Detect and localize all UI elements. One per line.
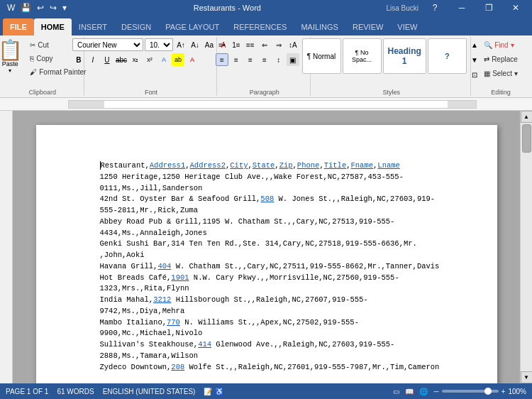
find-button[interactable]: 🔍 Find ▾ <box>480 38 517 51</box>
numbering-button[interactable]: 1≡ <box>230 38 243 51</box>
multilevel-button[interactable]: ≡≡ <box>244 38 257 51</box>
link-1901[interactable]: 1901 <box>171 273 189 282</box>
select-button[interactable]: ▦ Select ▾ <box>480 67 521 80</box>
scroll-up-button[interactable]: ▲ <box>521 111 533 123</box>
tab-view[interactable]: VIEW <box>390 18 424 35</box>
bold-button[interactable]: B <box>72 53 85 66</box>
superscript-button[interactable]: x² <box>143 53 156 66</box>
proofing-icons: 📝 ♿ <box>204 388 223 395</box>
align-left-button[interactable]: ≡ <box>216 53 228 66</box>
style-no-space-label: ¶ No Spac... <box>348 49 377 63</box>
replace-button[interactable]: ⇄ Replace <box>480 53 521 65</box>
tab-review[interactable]: REVIEW <box>345 18 390 35</box>
redo-qat-button[interactable]: ↪ <box>48 1 58 14</box>
doc-line-4: Genki Sushi Bar,314 Ten Ten Rd.,Ste. 314… <box>100 239 446 261</box>
increase-indent-button[interactable]: ⇒ <box>272 38 285 51</box>
doc-line-5: Havana Grill,404 W. Chatham St.,,Cary,NC… <box>100 261 446 273</box>
scroll-down-button[interactable]: ▼ <box>521 371 533 383</box>
font-style-row: B I U abc x₂ x² A ab A <box>72 53 199 66</box>
undo-qat-button[interactable]: ↩ <box>35 1 45 14</box>
document-content[interactable]: Restaurant,Address1,Address2,City,State,… <box>100 160 446 373</box>
doc-line-2: 42nd St. Oyster Bar & Seafood Grill,508 … <box>100 194 446 217</box>
tab-file[interactable]: FILE <box>3 18 34 35</box>
customize-qat-button[interactable]: ▾ <box>61 1 68 14</box>
scroll-thumb[interactable] <box>522 124 531 153</box>
paste-button[interactable]: 📋 Paste ▾ <box>0 38 25 76</box>
page-container[interactable]: Restaurant,Address1,Address2,City,State,… <box>13 111 520 383</box>
link-404[interactable]: 404 <box>157 262 171 270</box>
ruler <box>0 98 532 111</box>
styles-content: ¶ Normal ¶ No Spac... Heading 1 ? ▲ ▼ ⊡ <box>302 38 481 87</box>
subscript-button[interactable]: x₂ <box>129 53 142 66</box>
strikethrough-button[interactable]: abc <box>115 53 128 66</box>
minimize-button[interactable]: ─ <box>451 0 472 16</box>
increase-font-button[interactable]: A↑ <box>174 38 187 51</box>
italic-button[interactable]: I <box>87 53 99 66</box>
doc-line-9: Sullivan's Steakhouse,414 Glenwood Ave.,… <box>100 339 446 362</box>
link-fname[interactable]: Fname <box>351 161 374 170</box>
ruler-right-margin <box>448 101 476 108</box>
help-button[interactable]: ? <box>424 0 445 16</box>
paste-label: Paste <box>2 60 18 67</box>
underline-button[interactable]: U <box>101 53 113 66</box>
accessibility-icon: ♿ <box>215 388 223 395</box>
tab-mailings[interactable]: MAILINGS <box>294 18 345 35</box>
decrease-indent-button[interactable]: ⇐ <box>258 38 271 51</box>
view-web-button[interactable]: 🌐 <box>419 388 428 395</box>
link-zip[interactable]: Zip <box>279 161 293 170</box>
link-city[interactable]: City <box>230 161 248 170</box>
link-title[interactable]: Title <box>324 161 347 170</box>
link-770[interactable]: 770 <box>167 318 180 327</box>
view-normal-button[interactable]: ▭ <box>393 388 399 395</box>
left-panel <box>0 111 13 383</box>
change-case-button[interactable]: Aa <box>203 38 216 51</box>
bullets-button[interactable]: ≡• <box>216 38 228 51</box>
tab-pagelayout[interactable]: PAGE LAYOUT <box>158 18 226 35</box>
font-group-label: Font <box>90 89 213 96</box>
link-state[interactable]: State <box>253 161 275 170</box>
zoom-in-button[interactable]: + <box>501 388 506 395</box>
scroll-track[interactable] <box>521 123 532 371</box>
highlight-button[interactable]: ab <box>172 53 184 66</box>
style-normal[interactable]: ¶ Normal <box>302 38 341 74</box>
ruler-bar[interactable] <box>68 100 477 109</box>
link-lname[interactable]: Lname <box>377 161 400 170</box>
format-painter-icon: 🖌 <box>30 68 37 76</box>
tab-design[interactable]: DESIGN <box>114 18 158 35</box>
tab-insert[interactable]: INSERT <box>72 18 114 35</box>
link-3212[interactable]: 3212 <box>153 295 171 304</box>
decrease-font-button[interactable]: A↓ <box>189 38 201 51</box>
window-title: Restaurants - Word <box>68 4 386 12</box>
link-address1[interactable]: Address1 <box>150 161 185 170</box>
link-208[interactable]: 208 <box>171 363 184 371</box>
proofing-icon: 📝 <box>204 388 212 395</box>
zoom-slider[interactable] <box>442 390 499 393</box>
main-area: Restaurant,Address1,Address2,City,State,… <box>0 111 532 383</box>
restore-button[interactable]: ❐ <box>478 0 499 16</box>
link-phone[interactable]: Phone <box>297 161 320 170</box>
font-size-select[interactable]: 10.5 <box>145 38 173 51</box>
zoom-out-button[interactable]: ─ <box>433 388 438 395</box>
font-color-button[interactable]: A <box>186 53 199 66</box>
shading-button[interactable]: ▣ <box>287 53 299 66</box>
link-508[interactable]: 508 <box>260 195 274 203</box>
font-name-select[interactable]: Courier New <box>72 38 143 51</box>
save-qat-button[interactable]: 💾 <box>19 1 33 14</box>
style-heading1[interactable]: Heading 1 <box>383 38 426 74</box>
text-effects-button[interactable]: A <box>157 53 170 66</box>
style-no-space[interactable]: ¶ No Spac... <box>343 38 382 74</box>
close-button[interactable]: ✕ <box>505 0 526 16</box>
view-read-button[interactable]: 📖 <box>405 388 414 395</box>
align-center-button[interactable]: ≡ <box>230 53 243 66</box>
tab-references[interactable]: REFERENCES <box>226 18 294 35</box>
page-info: PAGE 1 OF 1 <box>6 388 48 395</box>
style-heading2[interactable]: ? <box>428 38 467 74</box>
align-right-button[interactable]: ≡ <box>244 53 257 66</box>
justify-button[interactable]: ≡ <box>258 53 271 66</box>
doc-line-3: Abbey Road Pub & Grill,1195 W. Chatham S… <box>100 217 446 239</box>
link-address2[interactable]: Address2 <box>190 161 226 170</box>
link-414[interactable]: 414 <box>198 340 211 349</box>
sort-button[interactable]: ↕A <box>287 38 299 51</box>
line-spacing-button[interactable]: ↕ <box>272 53 285 66</box>
tab-home[interactable]: HOME <box>34 18 72 35</box>
